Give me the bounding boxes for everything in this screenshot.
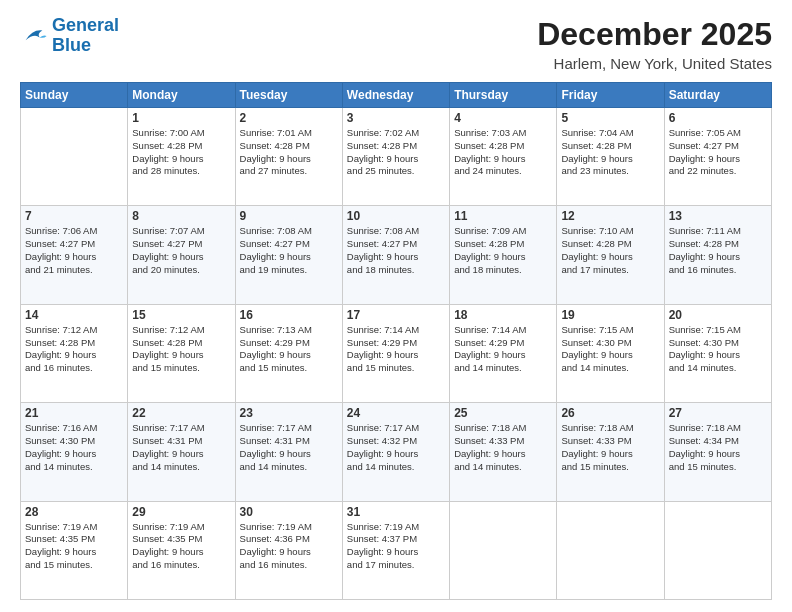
calendar-week-row: 21Sunrise: 7:16 AM Sunset: 4:30 PM Dayli… (21, 403, 772, 501)
calendar-cell: 1Sunrise: 7:00 AM Sunset: 4:28 PM Daylig… (128, 108, 235, 206)
cell-info: Sunrise: 7:11 AM Sunset: 4:28 PM Dayligh… (669, 225, 767, 276)
subtitle: Harlem, New York, United States (537, 55, 772, 72)
calendar-header-row: Sunday Monday Tuesday Wednesday Thursday… (21, 83, 772, 108)
calendar-cell: 24Sunrise: 7:17 AM Sunset: 4:32 PM Dayli… (342, 403, 449, 501)
calendar-cell: 5Sunrise: 7:04 AM Sunset: 4:28 PM Daylig… (557, 108, 664, 206)
calendar-cell: 13Sunrise: 7:11 AM Sunset: 4:28 PM Dayli… (664, 206, 771, 304)
calendar-cell: 20Sunrise: 7:15 AM Sunset: 4:30 PM Dayli… (664, 304, 771, 402)
day-number: 15 (132, 308, 230, 322)
day-number: 22 (132, 406, 230, 420)
day-number: 26 (561, 406, 659, 420)
calendar-cell: 14Sunrise: 7:12 AM Sunset: 4:28 PM Dayli… (21, 304, 128, 402)
calendar-week-row: 14Sunrise: 7:12 AM Sunset: 4:28 PM Dayli… (21, 304, 772, 402)
calendar-cell: 29Sunrise: 7:19 AM Sunset: 4:35 PM Dayli… (128, 501, 235, 599)
calendar-cell: 18Sunrise: 7:14 AM Sunset: 4:29 PM Dayli… (450, 304, 557, 402)
calendar-cell: 8Sunrise: 7:07 AM Sunset: 4:27 PM Daylig… (128, 206, 235, 304)
cell-info: Sunrise: 7:04 AM Sunset: 4:28 PM Dayligh… (561, 127, 659, 178)
calendar-cell: 2Sunrise: 7:01 AM Sunset: 4:28 PM Daylig… (235, 108, 342, 206)
logo-general: General (52, 16, 119, 36)
day-number: 18 (454, 308, 552, 322)
calendar-cell (450, 501, 557, 599)
col-wednesday: Wednesday (342, 83, 449, 108)
cell-info: Sunrise: 7:05 AM Sunset: 4:27 PM Dayligh… (669, 127, 767, 178)
cell-info: Sunrise: 7:02 AM Sunset: 4:28 PM Dayligh… (347, 127, 445, 178)
day-number: 13 (669, 209, 767, 223)
logo-blue: Blue (52, 36, 119, 56)
calendar-cell: 15Sunrise: 7:12 AM Sunset: 4:28 PM Dayli… (128, 304, 235, 402)
cell-info: Sunrise: 7:19 AM Sunset: 4:35 PM Dayligh… (132, 521, 230, 572)
logo: General Blue (20, 16, 119, 56)
day-number: 31 (347, 505, 445, 519)
logo-bird-icon (20, 26, 48, 46)
calendar-cell: 28Sunrise: 7:19 AM Sunset: 4:35 PM Dayli… (21, 501, 128, 599)
calendar-cell: 6Sunrise: 7:05 AM Sunset: 4:27 PM Daylig… (664, 108, 771, 206)
cell-info: Sunrise: 7:19 AM Sunset: 4:36 PM Dayligh… (240, 521, 338, 572)
day-number: 19 (561, 308, 659, 322)
col-sunday: Sunday (21, 83, 128, 108)
day-number: 24 (347, 406, 445, 420)
col-saturday: Saturday (664, 83, 771, 108)
cell-info: Sunrise: 7:17 AM Sunset: 4:31 PM Dayligh… (240, 422, 338, 473)
day-number: 23 (240, 406, 338, 420)
calendar-cell: 19Sunrise: 7:15 AM Sunset: 4:30 PM Dayli… (557, 304, 664, 402)
calendar-cell: 21Sunrise: 7:16 AM Sunset: 4:30 PM Dayli… (21, 403, 128, 501)
day-number: 17 (347, 308, 445, 322)
calendar-cell: 9Sunrise: 7:08 AM Sunset: 4:27 PM Daylig… (235, 206, 342, 304)
cell-info: Sunrise: 7:18 AM Sunset: 4:33 PM Dayligh… (454, 422, 552, 473)
day-number: 25 (454, 406, 552, 420)
day-number: 3 (347, 111, 445, 125)
day-number: 20 (669, 308, 767, 322)
page: General Blue December 2025 Harlem, New Y… (0, 0, 792, 612)
main-title: December 2025 (537, 16, 772, 53)
cell-info: Sunrise: 7:06 AM Sunset: 4:27 PM Dayligh… (25, 225, 123, 276)
calendar-cell: 12Sunrise: 7:10 AM Sunset: 4:28 PM Dayli… (557, 206, 664, 304)
day-number: 10 (347, 209, 445, 223)
cell-info: Sunrise: 7:14 AM Sunset: 4:29 PM Dayligh… (347, 324, 445, 375)
cell-info: Sunrise: 7:15 AM Sunset: 4:30 PM Dayligh… (669, 324, 767, 375)
cell-info: Sunrise: 7:01 AM Sunset: 4:28 PM Dayligh… (240, 127, 338, 178)
calendar-table: Sunday Monday Tuesday Wednesday Thursday… (20, 82, 772, 600)
cell-info: Sunrise: 7:03 AM Sunset: 4:28 PM Dayligh… (454, 127, 552, 178)
day-number: 14 (25, 308, 123, 322)
calendar-cell: 27Sunrise: 7:18 AM Sunset: 4:34 PM Dayli… (664, 403, 771, 501)
cell-info: Sunrise: 7:19 AM Sunset: 4:37 PM Dayligh… (347, 521, 445, 572)
calendar-cell (21, 108, 128, 206)
cell-info: Sunrise: 7:08 AM Sunset: 4:27 PM Dayligh… (240, 225, 338, 276)
calendar-cell: 16Sunrise: 7:13 AM Sunset: 4:29 PM Dayli… (235, 304, 342, 402)
calendar-week-row: 7Sunrise: 7:06 AM Sunset: 4:27 PM Daylig… (21, 206, 772, 304)
day-number: 6 (669, 111, 767, 125)
calendar-week-row: 28Sunrise: 7:19 AM Sunset: 4:35 PM Dayli… (21, 501, 772, 599)
cell-info: Sunrise: 7:09 AM Sunset: 4:28 PM Dayligh… (454, 225, 552, 276)
col-friday: Friday (557, 83, 664, 108)
day-number: 2 (240, 111, 338, 125)
calendar-cell: 25Sunrise: 7:18 AM Sunset: 4:33 PM Dayli… (450, 403, 557, 501)
cell-info: Sunrise: 7:15 AM Sunset: 4:30 PM Dayligh… (561, 324, 659, 375)
cell-info: Sunrise: 7:18 AM Sunset: 4:33 PM Dayligh… (561, 422, 659, 473)
day-number: 27 (669, 406, 767, 420)
calendar-cell: 10Sunrise: 7:08 AM Sunset: 4:27 PM Dayli… (342, 206, 449, 304)
cell-info: Sunrise: 7:18 AM Sunset: 4:34 PM Dayligh… (669, 422, 767, 473)
day-number: 7 (25, 209, 123, 223)
day-number: 8 (132, 209, 230, 223)
cell-info: Sunrise: 7:12 AM Sunset: 4:28 PM Dayligh… (25, 324, 123, 375)
day-number: 29 (132, 505, 230, 519)
cell-info: Sunrise: 7:07 AM Sunset: 4:27 PM Dayligh… (132, 225, 230, 276)
calendar-cell: 3Sunrise: 7:02 AM Sunset: 4:28 PM Daylig… (342, 108, 449, 206)
col-thursday: Thursday (450, 83, 557, 108)
cell-info: Sunrise: 7:13 AM Sunset: 4:29 PM Dayligh… (240, 324, 338, 375)
day-number: 5 (561, 111, 659, 125)
day-number: 30 (240, 505, 338, 519)
calendar-cell: 4Sunrise: 7:03 AM Sunset: 4:28 PM Daylig… (450, 108, 557, 206)
col-tuesday: Tuesday (235, 83, 342, 108)
day-number: 16 (240, 308, 338, 322)
calendar-cell: 11Sunrise: 7:09 AM Sunset: 4:28 PM Dayli… (450, 206, 557, 304)
calendar-cell (557, 501, 664, 599)
cell-info: Sunrise: 7:00 AM Sunset: 4:28 PM Dayligh… (132, 127, 230, 178)
calendar-cell: 30Sunrise: 7:19 AM Sunset: 4:36 PM Dayli… (235, 501, 342, 599)
day-number: 21 (25, 406, 123, 420)
cell-info: Sunrise: 7:19 AM Sunset: 4:35 PM Dayligh… (25, 521, 123, 572)
cell-info: Sunrise: 7:16 AM Sunset: 4:30 PM Dayligh… (25, 422, 123, 473)
cell-info: Sunrise: 7:17 AM Sunset: 4:32 PM Dayligh… (347, 422, 445, 473)
calendar-cell: 31Sunrise: 7:19 AM Sunset: 4:37 PM Dayli… (342, 501, 449, 599)
cell-info: Sunrise: 7:12 AM Sunset: 4:28 PM Dayligh… (132, 324, 230, 375)
